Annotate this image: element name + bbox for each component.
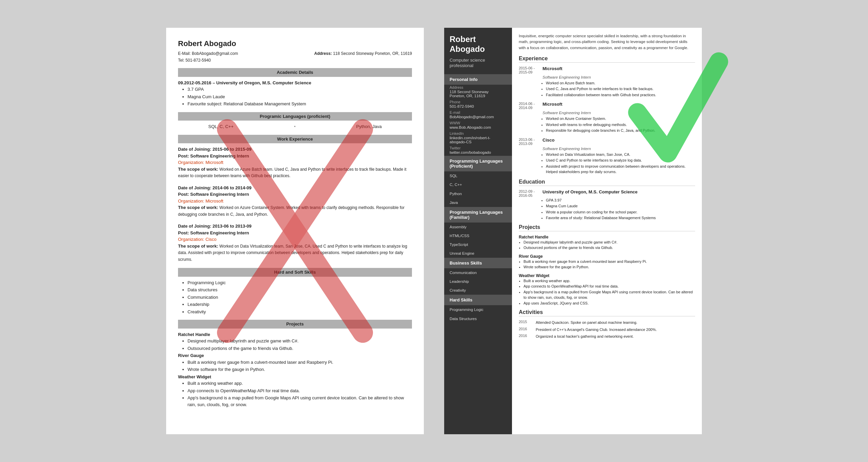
right-name: RobertAbogado: [444, 28, 512, 58]
act-entry: 2015 Attended Quackcon. Spoke on panel a…: [519, 320, 695, 326]
list-item: Designed multiplayer labyrinth and puzzl…: [188, 338, 412, 344]
exp-entry-3: 2013-06 -2013-09 Cisco Software Engineer…: [519, 138, 695, 175]
left-tel: Tel: 501-872-5940: [178, 57, 412, 63]
list-item: Programming Logic: [444, 305, 512, 314]
activities-list: 2015 Attended Quackcon. Spoke on panel a…: [519, 320, 695, 339]
list-item: HTML/CSS: [444, 231, 512, 240]
list-item: App connects to OpenWeatherMap API for r…: [524, 284, 695, 289]
list-item: Programming Logic: [188, 279, 412, 286]
left-projects-header: Projects: [178, 320, 412, 329]
list-item: Creativity: [444, 286, 512, 295]
list-item: Responsible for debugging code branches …: [546, 128, 695, 133]
list-item: Wrote software for the gauge in Python.: [524, 264, 695, 270]
list-item: Leadership: [444, 277, 512, 286]
list-item: TypeScript: [444, 240, 512, 249]
list-item: Built a working weather app.: [524, 278, 695, 284]
list-item: Built a working river gauge from a culve…: [524, 259, 695, 265]
list-item: Favorite area of study: Relational Datab…: [546, 215, 695, 221]
projects-list: Ratchet Handle Designed multiplayer laby…: [519, 235, 695, 306]
email-label: E-mail: [444, 110, 512, 115]
list-item: Communication: [444, 268, 512, 277]
business-skills-title: Business Skills: [444, 258, 512, 268]
list-item: App connects to OpenWeatherMap API for r…: [188, 387, 412, 394]
main-content: Inquisitive, energetic computer science …: [512, 28, 702, 434]
exp-entry-1: 2015-06 -2015-09 Microsoft Software Engi…: [519, 66, 695, 98]
experience-title: Experience: [519, 56, 695, 63]
list-item: Worked on Azure Batch team.: [546, 80, 695, 86]
list-item: Worked on Azure Container System.: [546, 116, 695, 122]
list-item: Designed multiplayer labyrinth and puzzl…: [524, 239, 695, 245]
list-item: Wrote software for the gauge in Python.: [188, 366, 412, 373]
list-item: 3.7 GPA: [188, 86, 412, 93]
left-lang-row: SQL, C, C++ • Python, Java: [178, 123, 412, 130]
left-resume-wrapper: Robert Abogado E-Mail: BobAbogado@gmail.…: [166, 28, 424, 434]
list-item: Worked with teams to refine debugging me…: [546, 122, 695, 128]
work-entry-3: Date of Joining: 2013-06 to 2013-09 Post…: [178, 223, 412, 262]
list-item: Used C, Java and Python to write interfa…: [546, 86, 695, 92]
prog-lang-fam-title: Programming Languages (Familiar): [444, 207, 512, 223]
list-item: Built a working weather app.: [188, 380, 412, 387]
proj-entry-3: Weather Widget Built a working weather a…: [519, 273, 695, 306]
prog-lang-prof-title: Programming Languages (Proficient): [444, 156, 512, 171]
list-item: Outsourced portions of the game to frien…: [524, 245, 695, 251]
right-title: Computer science professional: [444, 58, 512, 75]
list-item: Unreal Engine: [444, 249, 512, 258]
right-resume-wrapper: RobertAbogado Computer science professio…: [444, 28, 702, 434]
list-item: SQL: [444, 171, 512, 180]
list-item: Communication: [188, 294, 412, 301]
act-entry: 2016 Organized a local hacker's gatherin…: [519, 334, 695, 339]
left-lang-left: SQL, C, C++: [208, 123, 233, 130]
phone-value: 501-872-5940: [444, 104, 512, 110]
list-item: Leadership: [188, 301, 412, 308]
left-resume: Robert Abogado E-Mail: BobAbogado@gmail.…: [166, 28, 424, 434]
list-item: Outsourced portions of the game to frien…: [188, 345, 412, 352]
activities-title: Activities: [519, 309, 695, 316]
work-entry-2: Date of Joining: 2014-06 to 2014-09 Post…: [178, 185, 412, 218]
hard-skills-title: Hard Skills: [444, 295, 512, 305]
list-item: Data structures: [188, 287, 412, 293]
exp-entry-2: 2014-06 -2014-09 Microsoft Software Engi…: [519, 102, 695, 133]
list-item: Magna Cum Laude: [188, 93, 412, 100]
left-address: Address: 118 Second Stoneway Poneton, OR…: [314, 50, 412, 57]
edu-entry: 2012-09 -2016-05 University of Oregon, M…: [519, 189, 695, 221]
list-item: Java: [444, 198, 512, 207]
list-item: Data Structures: [444, 314, 512, 323]
proj-entry-2: River Gauge Built a working river gauge …: [519, 254, 695, 270]
left-name: Robert Abogado: [178, 38, 412, 49]
address-label: Address: [444, 85, 512, 90]
left-academic-header: Academic Details: [178, 68, 412, 77]
list-item: Favourite subject: Relational Database M…: [188, 101, 412, 107]
list-item: Facilitated collaboration between teams …: [546, 92, 695, 98]
right-resume: RobertAbogado Computer science professio…: [444, 28, 702, 434]
projects-title: Projects: [519, 224, 695, 231]
left-contact-row: E-Mail: BobAbogado@gmail.com Address: 11…: [178, 50, 412, 57]
phone-label: Phone: [444, 99, 512, 104]
act-entry: 2016 President of C++'s Arcangel's Gamin…: [519, 327, 695, 333]
linkedin-value: linkedin.com/in/robert-t-abogado-CS: [444, 136, 512, 145]
proj-entry: Ratchet Handle Designed multiplayer laby…: [178, 331, 412, 352]
work-entry-1: Date of Joining: 2015-06 to 2015-09 Post…: [178, 146, 412, 179]
list-item: Built a working river gauge from a culve…: [188, 359, 412, 366]
left-work-header: Work Experience: [178, 135, 412, 144]
left-projects-list: Ratchet Handle Designed multiplayer laby…: [178, 331, 412, 408]
left-email: E-Mail: BobAbogado@gmail.com: [178, 50, 238, 57]
left-skills-list: Programming Logic Data structures Commun…: [188, 279, 412, 315]
left-academic-list: 3.7 GPA Magna Cum Laude Favourite subjec…: [188, 86, 412, 107]
proj-entry-1: Ratchet Handle Designed multiplayer laby…: [519, 235, 695, 251]
personal-info-title: Personal Info: [444, 74, 512, 85]
www-label: WWW: [444, 120, 512, 125]
left-skills-header: Hard and Soft Skills: [178, 268, 412, 277]
education-title: Education: [519, 179, 695, 186]
list-item: App's background is a map pulled from Go…: [188, 395, 412, 408]
linkedin-label: LinkedIn: [444, 131, 512, 136]
list-item: Worked on Data Virtualization team, San …: [546, 152, 695, 158]
summary: Inquisitive, energetic computer science …: [519, 33, 695, 51]
list-item: Used C and Python to write interfaces to…: [546, 158, 695, 163]
list-item: Assembly: [444, 223, 512, 231]
list-item: App uses JavaScript, JQuery and CSS.: [524, 300, 695, 306]
www-value: www.Bob.Abogado.com: [444, 125, 512, 131]
list-item: App's background is a map pulled from Go…: [524, 289, 695, 300]
twitter-label: Twitter: [444, 145, 512, 150]
left-lang-right: Python, Java: [356, 123, 382, 130]
email-value: BobAbogado@gmail.com: [444, 115, 512, 120]
